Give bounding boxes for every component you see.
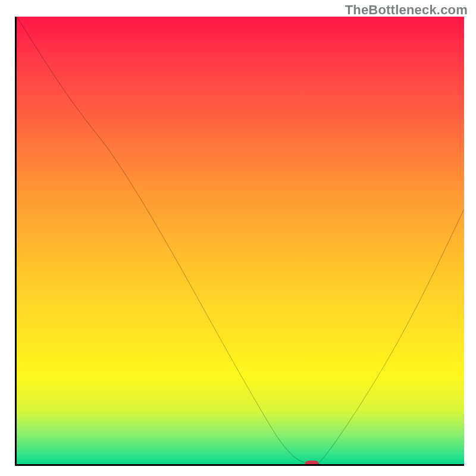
chart-container: TheBottleneck.com	[0, 0, 476, 476]
curve-minimum-marker	[305, 461, 319, 466]
chart-plot-area	[15, 17, 464, 466]
curve-line	[17, 17, 464, 464]
attribution-text: TheBottleneck.com	[345, 2, 468, 18]
chart-svg	[17, 17, 464, 464]
